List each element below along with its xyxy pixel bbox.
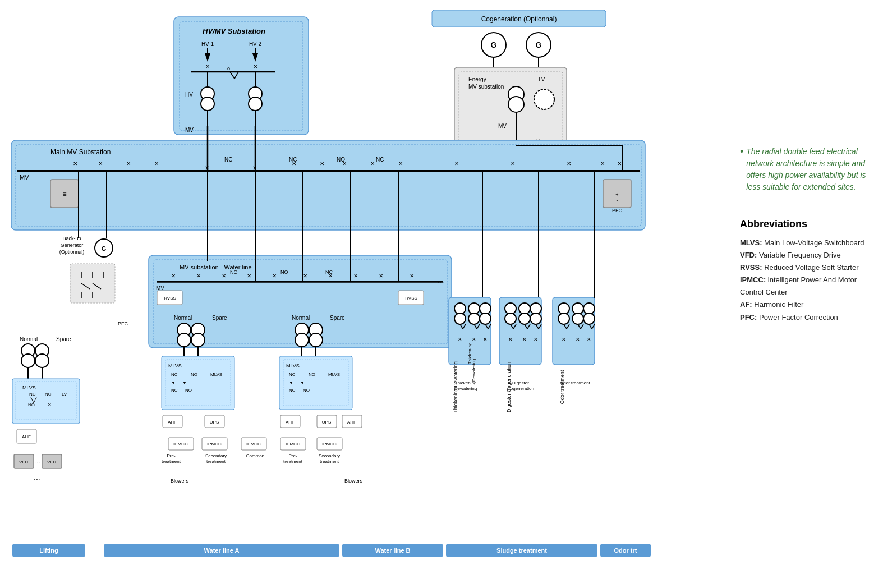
svg-point-248 — [519, 313, 530, 324]
svg-text:...: ... — [34, 472, 40, 481]
svg-text:Spare: Spare — [212, 315, 227, 321]
svg-text:...: ... — [35, 458, 40, 465]
svg-text:✕: ✕ — [126, 160, 131, 167]
svg-text:✕: ✕ — [98, 160, 103, 167]
svg-text:Sludge treatment: Sludge treatment — [496, 547, 547, 554]
svg-text:Common: Common — [246, 453, 264, 458]
abbrev-vfd: VFD: Variable Frequency Drive — [740, 249, 875, 261]
svg-text:✕: ✕ — [567, 160, 571, 167]
abbrev-def-pfc: Power Factor Correction — [759, 313, 838, 321]
svg-text:✕: ✕ — [562, 337, 566, 342]
svg-text:✕: ✕ — [320, 160, 324, 167]
svg-text:iPMCC: iPMCC — [207, 442, 222, 447]
svg-text:Water line A: Water line A — [204, 547, 240, 554]
svg-text:NC: NC — [171, 372, 178, 377]
svg-text:LV: LV — [62, 392, 67, 397]
svg-text:✕: ✕ — [617, 160, 622, 167]
svg-text:MV substation - Water line: MV substation - Water line — [180, 264, 252, 270]
svg-point-250 — [530, 313, 541, 324]
svg-text:Spare: Spare — [330, 315, 345, 321]
svg-text:MLVS: MLVS — [168, 363, 182, 369]
svg-point-262 — [558, 313, 569, 324]
abbrev-term-rvss: RVSS: — [740, 263, 762, 272]
svg-rect-1 — [180, 21, 303, 131]
svg-text:NC: NC — [289, 388, 296, 393]
svg-text:iPMCC: iPMCC — [173, 442, 188, 447]
svg-text:✕: ✕ — [398, 160, 403, 167]
svg-text:NC: NC — [29, 392, 36, 397]
svg-text:MV substation: MV substation — [468, 84, 504, 90]
abbrev-term-ipmcc: iPMCC: — [740, 275, 766, 284]
svg-text:AHF: AHF — [286, 420, 295, 425]
svg-text:Back-up: Back-up — [62, 236, 81, 241]
svg-text:✕: ✕ — [205, 165, 209, 171]
svg-point-266 — [583, 313, 595, 324]
svg-text:Normal: Normal — [174, 315, 192, 321]
svg-text:AHF: AHF — [22, 434, 31, 439]
svg-text:treatment: treatment — [162, 459, 181, 464]
svg-point-228 — [454, 313, 466, 324]
svg-text:NO: NO — [185, 388, 192, 393]
svg-point-230 — [468, 313, 480, 324]
svg-text:✕: ✕ — [353, 273, 358, 279]
abbrev-term-vfd: VFD: — [740, 251, 757, 259]
svg-text:G: G — [102, 245, 107, 252]
svg-text:▼: ▼ — [182, 380, 187, 385]
svg-point-232 — [480, 313, 491, 324]
svg-text:✕: ✕ — [534, 337, 538, 342]
svg-text:iPMCC: iPMCC — [322, 442, 337, 447]
svg-text:VFD: VFD — [47, 460, 56, 465]
svg-point-168 — [309, 333, 323, 347]
svg-text:MV: MV — [185, 127, 194, 133]
svg-text:treatment: treatment — [206, 459, 226, 464]
svg-text:NO: NO — [309, 372, 315, 377]
svg-text:o: o — [227, 66, 230, 71]
svg-point-264 — [572, 313, 583, 324]
diagram-area: HV/MV Substation HV 1 HV 2 ✕ ✕ o — [0, 0, 732, 588]
abbrev-term-mlvs: MLVS: — [740, 238, 762, 247]
svg-point-246 — [505, 313, 516, 324]
svg-text:...: ... — [438, 276, 444, 285]
svg-text:✕: ✕ — [508, 337, 513, 342]
svg-text:PFC: PFC — [118, 321, 128, 327]
svg-text:✕: ✕ — [303, 273, 307, 279]
svg-text:NO: NO — [280, 269, 288, 275]
svg-text:Pre-: Pre- — [288, 453, 297, 458]
svg-point-136 — [35, 354, 49, 368]
svg-text:✕: ✕ — [205, 63, 210, 70]
svg-text:MLVS: MLVS — [328, 372, 340, 377]
abbrev-def-mlvs: Main Low-Voltage Switchboard — [764, 238, 864, 247]
svg-text:NO: NO — [28, 402, 35, 407]
abbrev-rvss: RVSS: Reduced Voltage Soft Starter — [740, 261, 875, 274]
svg-text:MV: MV — [156, 285, 164, 291]
svg-text:✕: ✕ — [410, 273, 414, 279]
svg-text:✕: ✕ — [522, 337, 527, 342]
svg-text:UPS: UPS — [210, 420, 219, 425]
svg-text:PFC: PFC — [612, 208, 623, 213]
svg-text:UPS: UPS — [322, 420, 331, 425]
svg-text:MV: MV — [498, 123, 507, 129]
svg-text:✕: ✕ — [196, 273, 201, 279]
svg-point-40 — [534, 89, 554, 109]
svg-point-166 — [295, 333, 309, 347]
svg-text:HV/MV Substation: HV/MV Substation — [203, 27, 265, 35]
svg-point-20 — [249, 97, 262, 111]
svg-text:✕: ✕ — [247, 273, 251, 279]
svg-text:NC: NC — [376, 157, 384, 163]
svg-text:treatment: treatment — [283, 459, 303, 464]
svg-text:iPMCC: iPMCC — [246, 442, 261, 447]
svg-text:✕: ✕ — [587, 337, 591, 342]
svg-text:✕: ✕ — [472, 337, 476, 342]
main-container: HV/MV Substation HV 1 HV 2 ✕ ✕ o — [0, 0, 883, 588]
svg-text:Generator: Generator — [61, 242, 84, 248]
svg-text:✕: ✕ — [576, 337, 580, 342]
svg-text:Thickening: Thickening — [455, 380, 477, 385]
svg-text:Odor trt: Odor trt — [614, 547, 637, 554]
svg-text:NO: NO — [191, 372, 197, 377]
svg-text:▼: ▼ — [171, 380, 176, 385]
diagram-svg: HV/MV Substation HV 1 HV 2 ✕ ✕ o — [6, 6, 724, 561]
svg-text:Secondary: Secondary — [205, 453, 227, 458]
svg-text:iPMCC: iPMCC — [286, 442, 300, 447]
svg-text:HV 1: HV 1 — [201, 41, 214, 47]
svg-text:Water line B: Water line B — [375, 547, 410, 554]
